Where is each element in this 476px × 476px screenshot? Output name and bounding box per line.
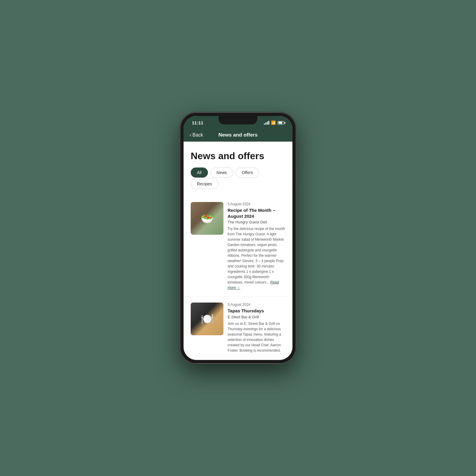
article-title-2: Tapas Thursdays xyxy=(228,308,285,314)
article-image-2: 🍽️ xyxy=(191,303,223,335)
battery-fill xyxy=(278,122,283,124)
back-chevron-icon: ‹ xyxy=(190,132,191,138)
page-title: News and offers xyxy=(191,151,285,162)
articles-list: 🥗 5 August 2024 Recipe of The Month – Au… xyxy=(184,196,292,360)
back-label: Back xyxy=(192,132,203,138)
article-image-placeholder-2: 🍽️ xyxy=(191,303,223,335)
signal-icon xyxy=(264,121,269,125)
status-time: 11:11 xyxy=(192,120,203,125)
article-date-1: 5 August 2024 xyxy=(228,202,285,206)
article-excerpt-1: Try the delicious recipe of the month fr… xyxy=(228,226,285,290)
filter-all[interactable]: All xyxy=(191,167,208,178)
article-image-1: 🥗 xyxy=(191,202,223,235)
article-venue-2: E.Steet Bar & Grill xyxy=(228,315,285,319)
article-item-2[interactable]: 🍽️ 5 August 2024 Tapas Thursdays E.Steet… xyxy=(184,297,292,359)
wifi-icon: 📶 xyxy=(271,120,276,125)
article-content-1: 5 August 2024 Recipe of The Month – Augu… xyxy=(228,202,285,290)
article-venue-1: The Hungry Guest Deli xyxy=(228,220,285,224)
nav-title: News and offers xyxy=(218,132,257,138)
phone-notch xyxy=(219,116,257,124)
article-date-2: 5 August 2024 xyxy=(228,303,285,307)
page-header: News and offers All News Offers Recipes xyxy=(184,142,292,196)
read-more-1[interactable]: Read more → xyxy=(228,280,279,290)
filter-buttons: All News Offers xyxy=(191,167,285,178)
filter-offers[interactable]: Offers xyxy=(236,167,259,178)
article-item[interactable]: 🥗 5 August 2024 Recipe of The Month – Au… xyxy=(184,196,292,297)
filter-news[interactable]: News xyxy=(210,167,233,178)
navigation-bar: ‹ Back News and offers xyxy=(184,128,292,142)
status-icons: 📶 xyxy=(264,120,284,125)
article-image-placeholder-1: 🥗 xyxy=(191,202,223,235)
main-content: News and offers All News Offers Recipes … xyxy=(184,142,292,360)
article-excerpt-2: Join us at E. Street Bar & Grill on Thur… xyxy=(228,321,285,353)
article-content-2: 5 August 2024 Tapas Thursdays E.Steet Ba… xyxy=(228,303,285,353)
article-item-3[interactable]: 🍔 5 August 2024 Beer and a Burger for £2… xyxy=(184,359,292,360)
filter-buttons-row2: Recipes xyxy=(191,179,285,189)
article-title-1: Recipe of The Month – August 2024 xyxy=(228,207,285,219)
phone-frame: 11:11 📶 ‹ Back News and offers News xyxy=(180,112,296,364)
battery-icon xyxy=(278,121,284,125)
filter-recipes[interactable]: Recipes xyxy=(191,179,218,189)
phone-screen: 11:11 📶 ‹ Back News and offers News xyxy=(184,116,292,360)
back-button[interactable]: ‹ Back xyxy=(190,132,203,138)
